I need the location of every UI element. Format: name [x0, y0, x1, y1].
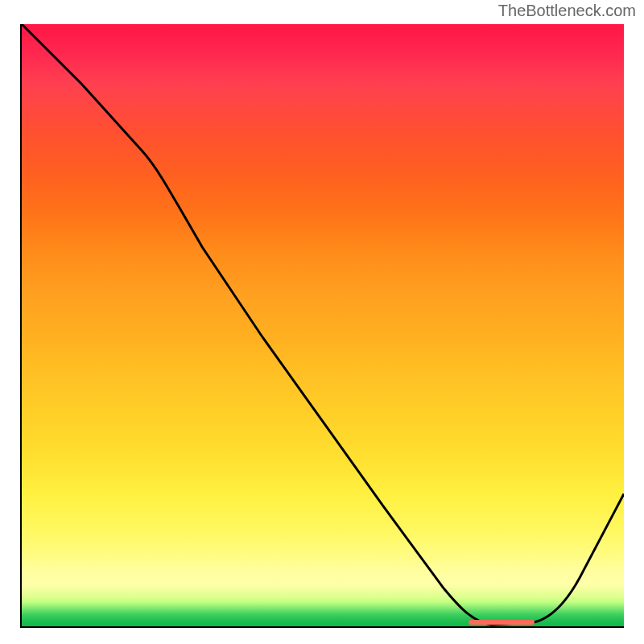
chart-line-svg: [22, 24, 624, 626]
optimal-marker: [469, 620, 535, 625]
chart-container: [20, 24, 624, 628]
watermark-text: TheBottleneck.com: [498, 2, 636, 20]
data-line: [22, 24, 624, 625]
